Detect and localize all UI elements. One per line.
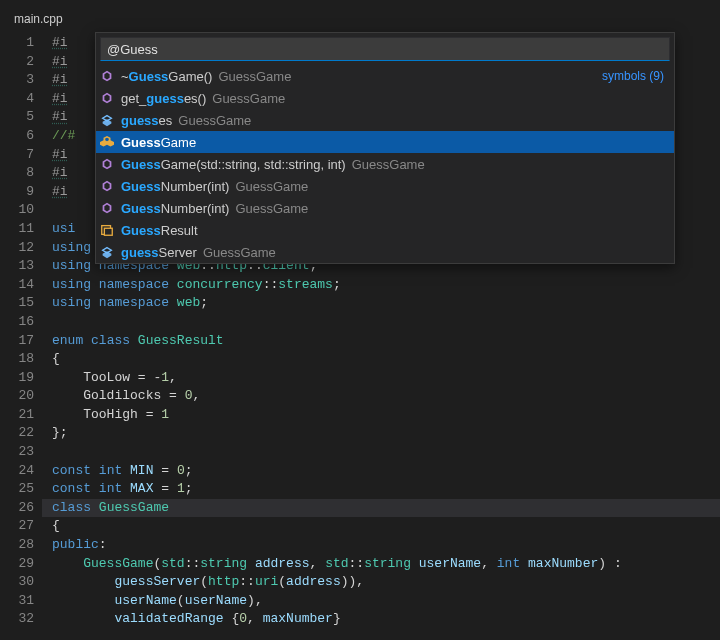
symbol-search-query: @Guess: [107, 42, 158, 57]
symbol-picker: @Guess symbols (9) ~GuessGame()GuessGame…: [95, 32, 675, 264]
symbol-result-item[interactable]: GuessGame(std::string, std::string, int)…: [96, 153, 674, 175]
line-number: 8: [0, 164, 34, 183]
line-number: 4: [0, 90, 34, 109]
symbol-search-input[interactable]: @Guess: [100, 37, 670, 61]
code-line[interactable]: {: [52, 350, 720, 369]
line-number: 7: [0, 146, 34, 165]
field-icon: [99, 244, 115, 260]
code-line[interactable]: const int MIN = 0;: [52, 462, 720, 481]
code-line[interactable]: class GuessGame: [42, 499, 720, 518]
line-number: 12: [0, 239, 34, 258]
line-number: 6: [0, 127, 34, 146]
code-line[interactable]: [52, 443, 720, 462]
enum-icon: [99, 222, 115, 238]
line-number: 18: [0, 350, 34, 369]
editor[interactable]: 1234567891011121314151617181920212223242…: [0, 32, 720, 640]
code-line[interactable]: const int MAX = 1;: [52, 480, 720, 499]
line-number: 16: [0, 313, 34, 332]
symbol-parent: GuessGame: [203, 245, 276, 260]
line-number: 13: [0, 257, 34, 276]
symbol-label: GuessNumber(int): [121, 179, 229, 194]
symbol-label: ~GuessGame(): [121, 69, 212, 84]
symbol-parent: GuessGame: [235, 201, 308, 216]
symbol-parent: GuessGame: [352, 157, 425, 172]
symbol-count-label: symbols (9): [602, 69, 664, 83]
symbol-label: guesses: [121, 113, 172, 128]
line-number: 5: [0, 108, 34, 127]
line-number: 29: [0, 555, 34, 574]
symbol-parent: GuessGame: [212, 91, 285, 106]
line-number: 26: [0, 499, 34, 518]
code-line[interactable]: [52, 313, 720, 332]
line-number: 22: [0, 424, 34, 443]
line-number: 15: [0, 294, 34, 313]
line-number: 2: [0, 53, 34, 72]
code-line[interactable]: public:: [52, 536, 720, 555]
line-number: 31: [0, 592, 34, 611]
symbol-label: GuessGame(std::string, std::string, int): [121, 157, 346, 172]
code-line[interactable]: userName(userName),: [52, 592, 720, 611]
symbol-label: GuessGame: [121, 135, 196, 150]
line-number: 32: [0, 610, 34, 629]
symbol-label: guessServer: [121, 245, 197, 260]
line-number: 24: [0, 462, 34, 481]
code-line[interactable]: validatedRange {0, maxNumber}: [52, 610, 720, 629]
symbol-results-list: ~GuessGame()GuessGameget_guesses()GuessG…: [96, 65, 674, 263]
code-line[interactable]: TooHigh = 1: [52, 406, 720, 425]
symbol-result-item[interactable]: guessesGuessGame: [96, 109, 674, 131]
symbol-parent: GuessGame: [235, 179, 308, 194]
code-line[interactable]: {: [52, 517, 720, 536]
method-icon: [99, 178, 115, 194]
line-number: 10: [0, 201, 34, 220]
symbol-result-item[interactable]: GuessNumber(int)GuessGame: [96, 197, 674, 219]
line-number: 20: [0, 387, 34, 406]
line-number: 28: [0, 536, 34, 555]
line-number: 3: [0, 71, 34, 90]
code-line[interactable]: guessServer(http::uri(address)),: [52, 573, 720, 592]
code-line[interactable]: TooLow = -1,: [52, 369, 720, 388]
line-number: 23: [0, 443, 34, 462]
tab-bar: main.cpp: [0, 0, 720, 32]
line-number: 30: [0, 573, 34, 592]
symbol-label: get_guesses(): [121, 91, 206, 106]
line-number: 11: [0, 220, 34, 239]
symbol-result-item[interactable]: GuessNumber(int)GuessGame: [96, 175, 674, 197]
symbol-label: GuessResult: [121, 223, 198, 238]
symbol-result-item[interactable]: GuessResult: [96, 219, 674, 241]
method-icon: [99, 68, 115, 84]
line-number: 1: [0, 34, 34, 53]
code-line[interactable]: using namespace concurrency::streams;: [52, 276, 720, 295]
code-line[interactable]: };: [52, 424, 720, 443]
line-number: 27: [0, 517, 34, 536]
line-number-gutter: 1234567891011121314151617181920212223242…: [0, 32, 52, 640]
class-icon: [99, 134, 115, 150]
symbol-parent: GuessGame: [178, 113, 251, 128]
line-number: 25: [0, 480, 34, 499]
code-line[interactable]: using namespace web;: [52, 294, 720, 313]
line-number: 9: [0, 183, 34, 202]
line-number: 21: [0, 406, 34, 425]
method-icon: [99, 90, 115, 106]
method-icon: [99, 200, 115, 216]
field-icon: [99, 112, 115, 128]
symbol-result-item[interactable]: get_guesses()GuessGame: [96, 87, 674, 109]
symbol-parent: GuessGame: [218, 69, 291, 84]
code-line[interactable]: enum class GuessResult: [52, 332, 720, 351]
line-number: 17: [0, 332, 34, 351]
symbol-result-item[interactable]: guessServerGuessGame: [96, 241, 674, 263]
symbol-result-item[interactable]: GuessGame: [96, 131, 674, 153]
code-line[interactable]: GuessGame(std::string address, std::stri…: [52, 555, 720, 574]
line-number: 19: [0, 369, 34, 388]
svg-rect-1: [104, 228, 112, 235]
tab-main-cpp[interactable]: main.cpp: [0, 5, 77, 32]
symbol-label: GuessNumber(int): [121, 201, 229, 216]
code-line[interactable]: Goldilocks = 0,: [52, 387, 720, 406]
line-number: 14: [0, 276, 34, 295]
method-icon: [99, 156, 115, 172]
symbol-result-item[interactable]: ~GuessGame()GuessGame: [96, 65, 674, 87]
